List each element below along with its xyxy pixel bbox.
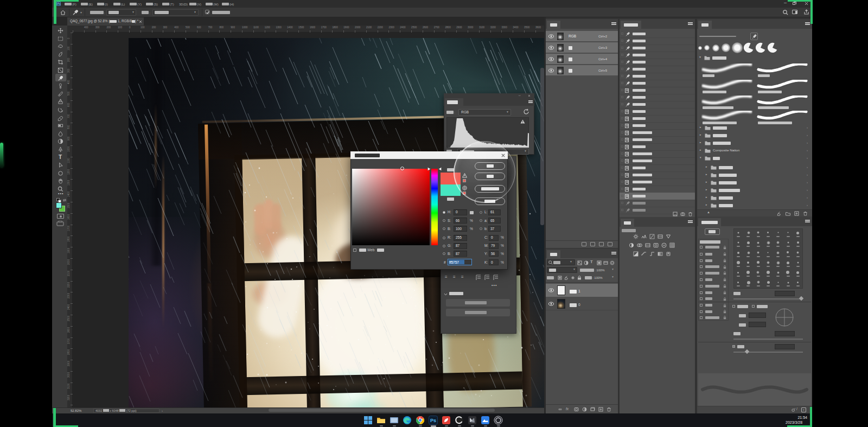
svg-text:Ps: Ps	[430, 418, 436, 423]
